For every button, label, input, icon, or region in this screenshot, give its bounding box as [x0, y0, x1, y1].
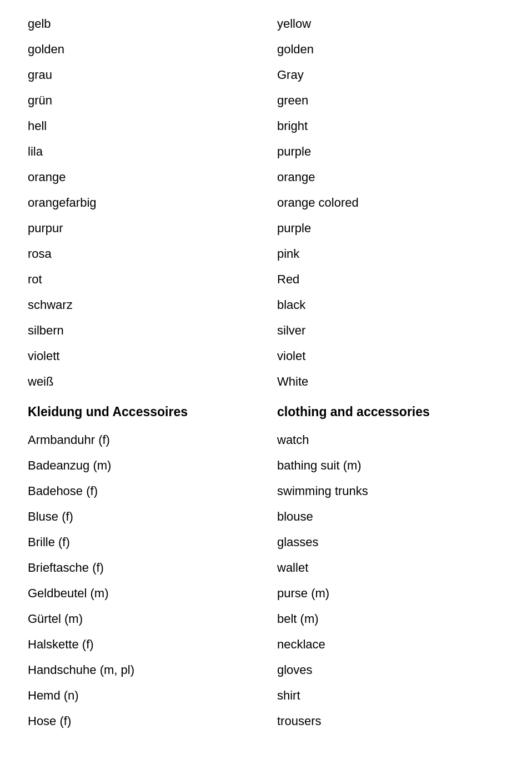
vocab-row: goldengolden — [22, 37, 510, 62]
vocab-row: gelbyellow — [22, 11, 510, 37]
english-term: yellow — [266, 11, 510, 37]
german-term: Hose (f) — [22, 708, 266, 734]
german-term: lila — [22, 139, 266, 164]
german-term: Badehose (f) — [22, 478, 266, 504]
english-term: purple — [266, 216, 510, 241]
vocab-row: grauGray — [22, 62, 510, 88]
english-term: glasses — [266, 530, 510, 555]
vocab-row: hellbright — [22, 113, 510, 139]
german-term: grau — [22, 62, 266, 88]
german-term: violett — [22, 343, 266, 369]
vocab-row: purpurpurple — [22, 216, 510, 241]
vocab-row: schwarzblack — [22, 292, 510, 318]
german-term: Gürtel (m) — [22, 606, 266, 632]
vocab-row: grüngreen — [22, 88, 510, 113]
english-term: necklace — [266, 632, 510, 657]
english-term: watch — [266, 427, 510, 453]
vocab-row: Hose (f)trousers — [22, 708, 510, 734]
vocab-row: Armbanduhr (f)watch — [22, 427, 510, 453]
vocab-row: Brille (f)glasses — [22, 530, 510, 555]
german-term: weiß — [22, 369, 266, 395]
vocab-row: Handschuhe (m, pl)gloves — [22, 657, 510, 683]
german-term: rot — [22, 267, 266, 292]
english-term: black — [266, 292, 510, 318]
english-term: golden — [266, 37, 510, 62]
vocab-row: Hemd (n)shirt — [22, 683, 510, 708]
vocab-row: Badehose (f)swimming trunks — [22, 478, 510, 504]
english-term: pink — [266, 241, 510, 267]
vocab-row: rotRed — [22, 267, 510, 292]
english-term: bathing suit (m) — [266, 453, 510, 478]
german-term: Handschuhe (m, pl) — [22, 657, 266, 683]
english-term: silver — [266, 318, 510, 343]
vocab-row: Halskette (f)necklace — [22, 632, 510, 657]
english-term: clothing and accessories — [266, 395, 510, 427]
english-term: purse (m) — [266, 581, 510, 606]
german-term: schwarz — [22, 292, 266, 318]
english-term: violet — [266, 343, 510, 369]
english-term: White — [266, 369, 510, 395]
german-term: orangefarbig — [22, 190, 266, 216]
english-term: shirt — [266, 683, 510, 708]
german-term: Halskette (f) — [22, 632, 266, 657]
german-term: Brieftasche (f) — [22, 555, 266, 581]
vocab-row: Badeanzug (m)bathing suit (m) — [22, 453, 510, 478]
vocab-row: violettviolet — [22, 343, 510, 369]
german-term: Kleidung und Accessoires — [22, 395, 266, 427]
english-term: orange — [266, 164, 510, 190]
german-term: Armbanduhr (f) — [22, 427, 266, 453]
german-term: orange — [22, 164, 266, 190]
german-term: purpur — [22, 216, 266, 241]
german-term: rosa — [22, 241, 266, 267]
english-term: wallet — [266, 555, 510, 581]
vocab-row: lilapurple — [22, 139, 510, 164]
german-term: Geldbeutel (m) — [22, 581, 266, 606]
english-term: green — [266, 88, 510, 113]
german-term: silbern — [22, 318, 266, 343]
english-term: blouse — [266, 504, 510, 530]
vocab-row: Geldbeutel (m)purse (m) — [22, 581, 510, 606]
german-term: Bluse (f) — [22, 504, 266, 530]
english-term: bright — [266, 113, 510, 139]
vocab-row: rosapink — [22, 241, 510, 267]
english-term: swimming trunks — [266, 478, 510, 504]
german-term: golden — [22, 37, 266, 62]
vocab-row: orangefarbigorange colored — [22, 190, 510, 216]
english-term: belt (m) — [266, 606, 510, 632]
english-term: Red — [266, 267, 510, 292]
german-term: hell — [22, 113, 266, 139]
vocab-row: silbernsilver — [22, 318, 510, 343]
vocab-row: Bluse (f)blouse — [22, 504, 510, 530]
german-term: Badeanzug (m) — [22, 453, 266, 478]
vocabulary-table: gelbyellowgoldengoldengrauGraygrüngreenh… — [22, 11, 510, 734]
english-term: Gray — [266, 62, 510, 88]
english-term: gloves — [266, 657, 510, 683]
german-term: grün — [22, 88, 266, 113]
english-term: orange colored — [266, 190, 510, 216]
english-term: purple — [266, 139, 510, 164]
vocab-row: weißWhite — [22, 369, 510, 395]
vocab-row: orangeorange — [22, 164, 510, 190]
german-term: gelb — [22, 11, 266, 37]
section-header-row: Kleidung und Accessoiresclothing and acc… — [22, 395, 510, 427]
vocab-row: Gürtel (m)belt (m) — [22, 606, 510, 632]
vocab-row: Brieftasche (f)wallet — [22, 555, 510, 581]
english-term: trousers — [266, 708, 510, 734]
german-term: Hemd (n) — [22, 683, 266, 708]
german-term: Brille (f) — [22, 530, 266, 555]
